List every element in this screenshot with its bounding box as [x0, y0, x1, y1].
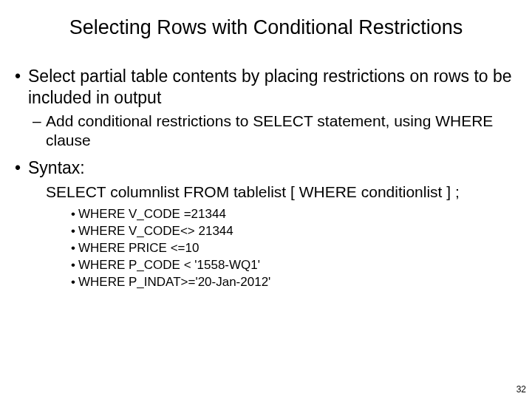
where-example: WHERE PRICE <=10 [71, 240, 519, 257]
where-example: WHERE P_INDAT>='20-Jan-2012' [71, 274, 519, 291]
page-number: 32 [516, 384, 526, 395]
where-text: WHERE V_CODE<> 21344 [78, 224, 233, 238]
where-text: WHERE V_CODE =21344 [78, 207, 226, 221]
bullet-item: Select partial table contents by placing… [15, 66, 519, 109]
where-example: WHERE V_CODE =21344 [71, 206, 519, 223]
where-text: WHERE PRICE <=10 [78, 241, 199, 255]
bullet-text: Syntax: [28, 158, 85, 177]
bullet-item: Syntax: [15, 157, 519, 179]
where-examples-list: WHERE V_CODE =21344 WHERE V_CODE<> 21344… [15, 206, 519, 291]
where-example: WHERE P_CODE < '1558-WQ1' [71, 257, 519, 274]
slide-content: Select partial table contents by placing… [13, 66, 519, 291]
where-example: WHERE V_CODE<> 21344 [71, 223, 519, 240]
slide-title: Selecting Rows with Conditional Restrict… [13, 16, 519, 39]
bullet-text: Select partial table contents by placing… [28, 66, 512, 107]
sub-bullet-item: Add conditional restrictions to SELECT s… [15, 112, 519, 151]
syntax-statement: SELECT columnlist FROM tablelist [ WHERE… [15, 182, 519, 202]
where-text: WHERE P_CODE < '1558-WQ1' [78, 258, 260, 272]
where-text: WHERE P_INDAT>='20-Jan-2012' [78, 275, 270, 289]
sub-bullet-text: Add conditional restrictions to SELECT s… [46, 112, 493, 149]
